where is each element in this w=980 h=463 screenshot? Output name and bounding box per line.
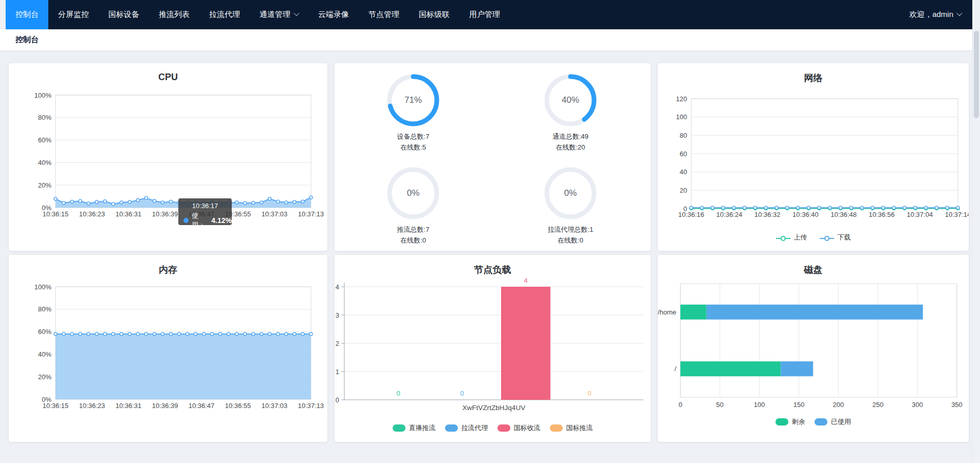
gauge-total-label: 推流总数:7	[397, 225, 430, 234]
svg-text:0: 0	[587, 390, 591, 397]
disk-panel-title: 磁盘	[658, 264, 969, 276]
line-circle-icon	[820, 235, 834, 240]
svg-text:10:36:56: 10:36:56	[868, 211, 895, 218]
user-menu[interactable]: 欢迎，admin	[909, 0, 973, 29]
svg-text:10:36:48: 10:36:48	[830, 211, 857, 218]
gauge-percent: 0%	[542, 165, 599, 221]
svg-text:1: 1	[336, 368, 339, 376]
nav-item-gb-cascade[interactable]: 国标级联	[409, 0, 459, 29]
legend-item-gb-push[interactable]: 国标推流	[550, 423, 593, 433]
svg-text:250: 250	[872, 401, 883, 409]
svg-text:10:37:14: 10:37:14	[945, 211, 969, 218]
svg-text:4: 4	[524, 279, 527, 284]
gauge-devices: 71% 设备总数:7 在线数:5	[367, 72, 459, 152]
nav-item-split-monitor[interactable]: 分屏监控	[48, 0, 99, 29]
breadcrumb: 控制台	[15, 35, 39, 45]
legend-item-used[interactable]: 已使用	[815, 417, 851, 427]
nav-item-pull-proxy[interactable]: 拉流代理	[199, 0, 250, 29]
gauge-online-label: 在线数:0	[558, 235, 583, 245]
svg-text:0: 0	[678, 401, 682, 409]
gauge-percent: 71%	[385, 72, 441, 128]
legend-label: 上传	[794, 233, 807, 242]
svg-text:10:37:13: 10:37:13	[298, 210, 324, 218]
gauge-total-label: 通道总数:49	[552, 132, 588, 141]
legend-item-upload[interactable]: 上传	[776, 233, 807, 242]
svg-text:40%: 40%	[38, 159, 51, 166]
nav-item-console[interactable]: 控制台	[6, 0, 48, 29]
gauge-online-label: 在线数:5	[400, 142, 426, 152]
svg-text:60%: 60%	[38, 328, 51, 336]
memory-chart: 0%20%40%60%80%100%10:36:1510:36:2310:36:…	[9, 279, 327, 433]
svg-text:10:36:15: 10:36:15	[43, 210, 69, 218]
svg-text:10:36:47: 10:36:47	[189, 402, 215, 410]
navbar: 控制台 分屏监控 国标设备 推流列表 拉流代理 通道管理 云端录像 节点管理 国…	[6, 0, 973, 29]
svg-text:XwFtVZrtZbHJq4UV: XwFtVZrtZbHJq4UV	[463, 404, 525, 412]
network-panel: 网络 02040608010012010:36:1610:36:2410:36:…	[658, 63, 969, 251]
svg-text:10:36:40: 10:36:40	[792, 211, 819, 218]
svg-text:20%: 20%	[38, 181, 51, 189]
svg-text:2: 2	[336, 340, 339, 347]
network-panel-title: 网络	[658, 72, 969, 84]
scrollbar-thumb[interactable]	[974, 31, 979, 118]
tooltip-label: 使用：	[192, 211, 210, 230]
chevron-down-icon	[956, 10, 962, 15]
vertical-scrollbar[interactable]	[972, 0, 980, 463]
summary-gauges-panel: 71% 设备总数:7 在线数:5 40% 通道总数:49 在线数:20 0% 推…	[335, 63, 651, 251]
chart-tooltip: 10:36:17 使用： 4.12%	[178, 198, 232, 225]
svg-text:80%: 80%	[38, 114, 51, 121]
nav-item-cloud-record[interactable]: 云端录像	[308, 0, 359, 29]
nav-item-channel-mgmt[interactable]: 通道管理	[250, 0, 308, 29]
legend-swatch	[497, 424, 510, 432]
svg-text:4: 4	[336, 283, 339, 291]
gauge-total-label: 设备总数:7	[397, 132, 430, 141]
nav-item-user-mgmt[interactable]: 用户管理	[459, 0, 510, 29]
svg-text:40%: 40%	[38, 350, 51, 358]
nav-item-node-mgmt[interactable]: 节点管理	[359, 0, 409, 29]
disk-legend: 剩余 已使用	[658, 417, 969, 427]
network-legend: 上传 下载	[658, 233, 969, 242]
svg-text:10:37:04: 10:37:04	[907, 211, 933, 218]
chevron-down-icon	[293, 10, 299, 15]
nav-item-label: 国标设备	[108, 10, 139, 20]
legend-item-download[interactable]: 下载	[820, 233, 851, 242]
svg-text:60: 60	[680, 150, 687, 158]
legend-label: 下载	[838, 233, 851, 242]
legend-item-gb-receive[interactable]: 国标收流	[497, 423, 541, 433]
svg-text:/home: /home	[658, 308, 676, 316]
svg-text:80: 80	[680, 132, 687, 139]
nav-item-label: 节点管理	[368, 10, 399, 20]
svg-text:100%: 100%	[34, 91, 52, 99]
node-load-chart: 012340040XwFtVZrtZbHJq4UV	[335, 279, 651, 442]
svg-text:20%: 20%	[38, 373, 51, 381]
svg-text:350: 350	[951, 401, 963, 409]
nav-item-gb-devices[interactable]: 国标设备	[99, 0, 149, 29]
nav-item-label: 分屏监控	[58, 10, 89, 20]
nav-item-push-list[interactable]: 推流列表	[149, 0, 199, 29]
svg-text:80%: 80%	[38, 305, 51, 313]
nav-item-label: 用户管理	[469, 10, 500, 20]
legend-label: 国标推流	[566, 423, 593, 433]
gauge-percent: 0%	[385, 165, 441, 221]
svg-text:10:36:31: 10:36:31	[116, 210, 142, 218]
nav-item-label: 控制台	[15, 10, 39, 20]
svg-text:10:36:23: 10:36:23	[79, 210, 105, 218]
cpu-chart: 0%20%40%60%80%100%10:36:1510:36:2310:36:…	[9, 87, 327, 241]
nav-item-label: 推流列表	[159, 10, 190, 20]
svg-text:10:37:03: 10:37:03	[262, 210, 288, 218]
legend-swatch	[550, 424, 563, 432]
svg-text:100%: 100%	[34, 283, 52, 291]
svg-text:10:37:03: 10:37:03	[262, 402, 288, 410]
network-chart: 02040608010012010:36:1610:36:2410:36:321…	[658, 87, 969, 241]
legend-swatch	[815, 418, 827, 425]
top-navigation: 控制台 分屏监控 国标设备 推流列表 拉流代理 通道管理 云端录像 节点管理 国…	[0, 0, 973, 29]
gauge-pull-proxy: 0% 拉流代理总数:1 在线数:0	[524, 165, 617, 245]
legend-item-free[interactable]: 剩余	[775, 417, 805, 427]
svg-text:10:36:39: 10:36:39	[152, 210, 178, 218]
svg-text:10:37:13: 10:37:13	[298, 402, 324, 410]
legend-item-live-push[interactable]: 直播推流	[393, 423, 436, 433]
legend-item-pull-proxy[interactable]: 拉流代理	[445, 423, 488, 433]
gauge-channels: 40% 通道总数:49 在线数:20	[524, 72, 617, 152]
gauge-online-label: 在线数:20	[556, 142, 585, 152]
svg-text:0: 0	[396, 390, 400, 397]
nav-item-label: 云端录像	[318, 10, 349, 20]
